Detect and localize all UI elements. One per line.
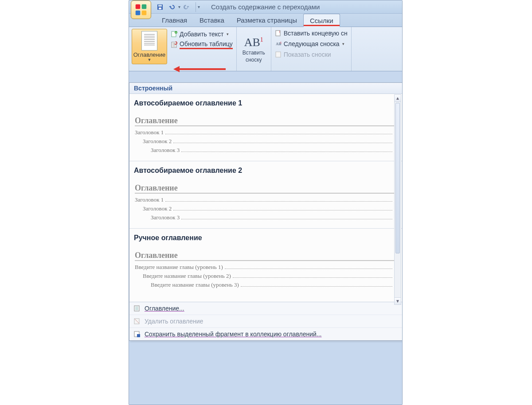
toc-gallery-dropdown: Встроенный Автособираемое оглавление 1 О… [129, 82, 403, 341]
document-title: Создать содержание с переходами [211, 3, 320, 11]
gallery-body: Автособираемое оглавление 1 Оглавление З… [129, 94, 402, 302]
toc-preview: Оглавление Введите название главы (урове… [134, 251, 398, 288]
gallery-item-title: Ручное оглавление [134, 234, 398, 242]
toc-row: Заголовок 21 [135, 205, 397, 212]
add-text-button[interactable]: + Добавить текст ▾ [170, 30, 234, 39]
footer-remove-toc: Удалить оглавление [129, 315, 402, 327]
qat-save-button[interactable] [155, 2, 165, 12]
save-selection-icon [133, 330, 141, 338]
insert-endnote-button[interactable]: i Вставить концевую сн [274, 29, 348, 38]
svg-rect-1 [142, 4, 147, 9]
tab-references-label: Ссылки [310, 17, 333, 24]
toc-row: Заголовок 21 [135, 138, 397, 145]
undo-icon [168, 4, 175, 11]
ribbon: Оглавление ▼ + Добавить текст ▾ Обновить… [129, 27, 402, 71]
toc-row: Заголовок 31 [135, 214, 397, 221]
next-footnote-button[interactable]: AB1 Следующая сноска ▾ [274, 39, 348, 48]
insert-footnote-label-2: сноску [246, 57, 262, 63]
toc-row: Заголовок 11 [135, 129, 397, 136]
ribbon-group-footnotes: i Вставить концевую сн AB1 Следующая сно… [271, 27, 352, 71]
footer-remove-label: Удалить оглавление [145, 318, 203, 325]
insert-endnote-label: Вставить концевую сн [284, 30, 348, 37]
scroll-thumb[interactable] [395, 103, 400, 253]
chevron-down-icon: ▾ [342, 42, 344, 46]
gallery-item-title: Автособираемое оглавление 1 [134, 99, 398, 107]
toc-preview: Оглавление Заголовок 11 Заголовок 21 Заг… [134, 116, 398, 154]
toc-doc-icon [141, 31, 157, 51]
ribbon-group-toc: Оглавление ▼ + Добавить текст ▾ Обновить… [129, 27, 237, 71]
scroll-up-icon[interactable]: ▲ [395, 95, 401, 102]
svg-rect-2 [136, 10, 141, 15]
show-footnotes-label: Показать сноски [284, 51, 331, 58]
separator [129, 161, 402, 161]
gallery-item-title: Автособираемое оглавление 2 [134, 167, 398, 175]
add-text-icon: + [171, 31, 178, 38]
update-table-button[interactable]: Обновить таблицу [170, 39, 234, 50]
svg-rect-5 [158, 5, 162, 7]
gallery-item-auto2[interactable]: Автособираемое оглавление 2 Оглавление З… [134, 167, 398, 221]
tab-page-layout[interactable]: Разметка страницы [231, 14, 303, 27]
endnote-icon: i [275, 30, 282, 37]
qat-dropdown-1[interactable]: ▾ [178, 2, 180, 12]
tab-references[interactable]: Ссылки [303, 14, 340, 27]
tab-home[interactable]: Главная [156, 14, 193, 27]
titlebar: ▾ ▾ Создать содержание с переходами [129, 0, 402, 14]
toc-preview-title: Оглавление [135, 116, 397, 126]
svg-rect-15 [276, 52, 281, 57]
next-footnote-icon: AB1 [275, 40, 282, 47]
toc-row: Заголовок 31 [135, 147, 397, 154]
gallery-scrollbar[interactable]: ▲ ▼ [394, 94, 401, 305]
gallery-item-auto1[interactable]: Автособираемое оглавление 1 Оглавление З… [134, 99, 398, 154]
footer-save-label: Сохранить выделенный фрагмент в коллекци… [145, 331, 322, 338]
gallery-item-manual[interactable]: Ручное оглавление Оглавление Введите наз… [134, 234, 398, 288]
toc-row: Введите название главы (уровень 3)3 [135, 281, 397, 288]
office-logo-icon [135, 4, 147, 16]
tab-insert[interactable]: Вставка [193, 14, 231, 27]
next-footnote-label: Следующая сноска [284, 40, 340, 47]
toc-button[interactable]: Оглавление ▼ [132, 29, 167, 64]
chevron-down-icon: ▾ [227, 32, 229, 36]
show-footnotes-icon [275, 51, 282, 58]
save-icon [156, 4, 164, 11]
toc-button-label: Оглавление [133, 51, 165, 58]
scroll-down-icon[interactable]: ▼ [395, 297, 401, 304]
toc-row: Заголовок 11 [135, 196, 397, 203]
add-text-label: Добавить текст [180, 31, 224, 38]
redo-icon [183, 4, 190, 11]
toc-preview-title: Оглавление [135, 251, 397, 261]
update-table-label: Обновить таблицу [180, 40, 233, 49]
gallery-header: Встроенный [129, 83, 402, 94]
remove-toc-icon [133, 317, 141, 325]
ribbon-tabs: Главная Вставка Разметка страницы Ссылки [129, 14, 402, 27]
insert-footnote-label-1: Вставить [243, 50, 265, 56]
svg-rect-0 [136, 4, 141, 9]
chevron-down-icon: ▼ [148, 58, 152, 62]
quick-access-toolbar: ▾ ▾ [155, 2, 199, 12]
footer-save-toc[interactable]: Сохранить выделенный фрагмент в коллекци… [129, 327, 402, 340]
qat-dropdown-2[interactable]: ▾ [196, 2, 199, 12]
toc-preview: Оглавление Заголовок 11 Заголовок 21 Заг… [134, 183, 398, 221]
separator [129, 228, 402, 229]
gallery-footer: Оглавление... Удалить оглавление Сохрани… [129, 302, 402, 340]
insert-footnote-button[interactable]: AB1 Вставить сноску [237, 27, 271, 71]
toc-small-icon [133, 304, 141, 312]
qat-undo-button[interactable] [166, 2, 177, 12]
footnote-ab-icon: AB1 [244, 36, 263, 49]
svg-text:+: + [175, 31, 177, 34]
toc-row: Введите название главы (уровень 1)1 [135, 264, 397, 271]
footer-insert-label: Оглавление... [145, 305, 184, 312]
svg-rect-22 [137, 334, 140, 337]
show-footnotes-button: Показать сноски [274, 50, 348, 59]
app-window: ▾ ▾ Создать содержание с переходами Глав… [129, 0, 403, 405]
svg-text:1: 1 [280, 41, 282, 44]
office-button[interactable] [131, 0, 151, 19]
svg-rect-6 [159, 8, 161, 9]
footer-insert-toc[interactable]: Оглавление... [129, 302, 402, 315]
svg-rect-3 [142, 10, 147, 15]
toc-row: Введите название главы (уровень 2)2 [135, 273, 397, 280]
annotation-tab-highlight [304, 25, 340, 26]
toc-preview-title: Оглавление [135, 183, 397, 194]
qat-redo-button[interactable] [181, 2, 192, 12]
update-table-icon [171, 41, 178, 48]
